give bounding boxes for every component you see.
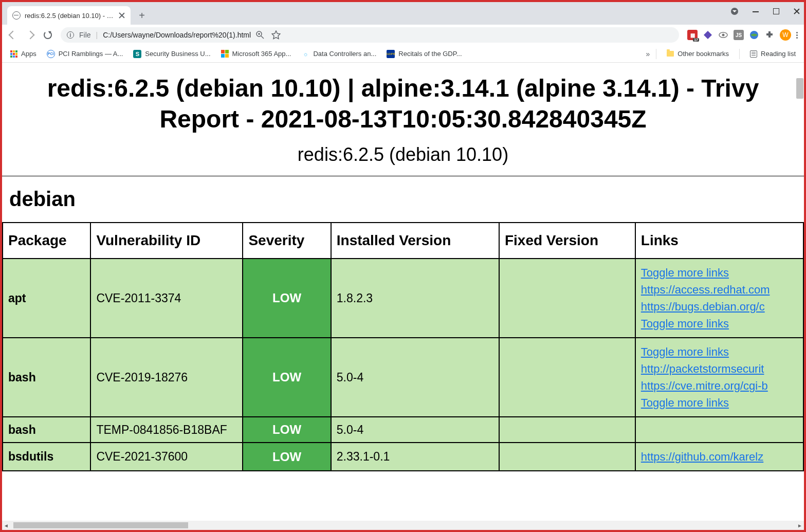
table-row: bashCVE-2019-18276LOW5.0-4Toggle more li…: [3, 338, 803, 417]
microsoft-icon: [221, 50, 229, 58]
extension-icon-1[interactable]: ▦17: [687, 30, 698, 40]
cell-installed: 1.8.2.3: [331, 259, 499, 338]
cell-fixed: [499, 259, 635, 338]
cell-vuln: CVE-2011-3374: [90, 259, 243, 338]
cell-installed: 5.0-4: [331, 417, 499, 443]
scroll-right-icon[interactable]: ►: [796, 521, 804, 529]
maximize-icon[interactable]: [773, 8, 779, 14]
bookmark-data-controllers[interactable]: ☼ Data Controllers an...: [297, 48, 380, 60]
extensions-row: ▦17 JS W: [687, 29, 798, 41]
col-fixed: Fixed Version: [499, 223, 635, 259]
extension-icon-5[interactable]: [749, 30, 759, 40]
vuln-link[interactable]: https://github.com/karelz: [641, 448, 798, 465]
extension-icon-4[interactable]: JS: [734, 30, 744, 40]
svg-point-5: [722, 34, 725, 36]
bookmarks-bar: Apps PCI PCI Ramblings — A... S Security…: [2, 45, 804, 63]
close-tab-icon[interactable]: [118, 12, 125, 19]
extension-icon-2[interactable]: [703, 30, 713, 40]
minimize-icon[interactable]: [753, 8, 759, 14]
address-row: i File | C:/Users/wayne/Downloads/report…: [2, 25, 804, 45]
cell-severity: LOW: [243, 259, 331, 338]
col-package: Package: [3, 223, 90, 259]
apps-grid-icon: [10, 50, 17, 58]
account-chevron-icon[interactable]: [731, 8, 738, 15]
hscroll-thumb[interactable]: [13, 522, 188, 528]
cell-package: apt: [3, 259, 90, 338]
cell-fixed: [499, 338, 635, 417]
tab-strip: redis:6.2.5 (debian 10.10) - Trivy R +: [2, 2, 804, 25]
sharepoint-icon: S: [133, 50, 141, 58]
tab-title: redis:6.2.5 (debian 10.10) - Trivy R: [25, 12, 114, 20]
star-icon[interactable]: [271, 30, 281, 40]
reload-button[interactable]: [43, 30, 52, 40]
vulnerability-table: Package Vulnerability ID Severity Instal…: [2, 222, 804, 471]
cell-vuln: CVE-2021-37600: [90, 443, 243, 471]
vuln-link[interactable]: http://packetstormsecurit: [641, 360, 798, 377]
scrollbar-thumb[interactable]: [796, 78, 803, 99]
reading-list-button[interactable]: Reading list: [746, 48, 800, 60]
cell-severity: LOW: [243, 417, 331, 443]
sun-icon: ☼: [301, 50, 309, 58]
close-window-icon[interactable]: [794, 8, 800, 14]
cell-links: https://github.com/karelz: [635, 443, 803, 471]
vuln-link[interactable]: Toggle more links: [641, 394, 798, 411]
table-row: bashTEMP-0841856-B18BAFLOW5.0-4: [3, 417, 803, 443]
globe-icon: [12, 11, 21, 20]
report-subtitle: redis:6.2.5 (debian 10.10): [2, 144, 804, 176]
table-row: bsdutilsCVE-2021-37600LOW2.33.1-0.1https…: [3, 443, 803, 471]
zoom-icon[interactable]: [256, 31, 264, 39]
back-button[interactable]: [8, 30, 17, 40]
vuln-link[interactable]: Toggle more links: [641, 343, 798, 360]
table-header-row: Package Vulnerability ID Severity Instal…: [3, 223, 803, 259]
url-scheme: File: [79, 31, 91, 39]
apps-button[interactable]: Apps: [6, 48, 41, 60]
table-row: aptCVE-2011-3374LOW1.8.2.3Toggle more li…: [3, 259, 803, 338]
eu-flag-icon: GDPR: [387, 50, 395, 58]
folder-icon: [667, 51, 674, 57]
bookmarks-overflow-icon[interactable]: »: [646, 50, 650, 58]
horizontal-scrollbar[interactable]: ◄ ►: [2, 521, 804, 530]
vuln-link[interactable]: https://cve.mitre.org/cgi-b: [641, 377, 798, 394]
bookmark-security[interactable]: S Security Business U...: [129, 48, 214, 60]
report-title: redis:6.2.5 (debian 10.10) | alpine:3.14…: [2, 68, 804, 144]
vuln-link[interactable]: https://bugs.debian.org/c: [641, 298, 798, 315]
cell-links: [635, 417, 803, 443]
cell-severity: LOW: [243, 443, 331, 471]
new-tab-button[interactable]: +: [135, 8, 149, 23]
extensions-puzzle-icon[interactable]: [764, 30, 775, 40]
cell-severity: LOW: [243, 338, 331, 417]
bookmark-pci[interactable]: PCI PCI Ramblings — A...: [43, 48, 127, 60]
scroll-left-icon[interactable]: ◄: [2, 521, 10, 529]
vuln-link[interactable]: Toggle more links: [641, 264, 798, 281]
vertical-scrollbar[interactable]: [796, 63, 804, 521]
report-content: redis:6.2.5 (debian 10.10) | alpine:3.14…: [2, 63, 804, 471]
forward-button[interactable]: [26, 30, 35, 40]
col-links: Links: [635, 223, 803, 259]
cell-fixed: [499, 443, 635, 471]
cell-vuln: CVE-2019-18276: [90, 338, 243, 417]
profile-avatar[interactable]: W: [780, 29, 791, 41]
cell-vuln: TEMP-0841856-B18BAF: [90, 417, 243, 443]
window-controls: [731, 2, 800, 21]
cell-links: Toggle more linkshttp://packetstormsecur…: [635, 338, 803, 417]
browser-tab[interactable]: redis:6.2.5 (debian 10.10) - Trivy R: [7, 6, 131, 25]
cell-installed: 5.0-4: [331, 338, 499, 417]
other-bookmarks-button[interactable]: Other bookmarks: [663, 48, 733, 60]
cell-package: bsdutils: [3, 443, 90, 471]
address-bar[interactable]: i File | C:/Users/wayne/Downloads/report…: [61, 27, 679, 43]
bookmark-gdpr[interactable]: GDPR Recitals of the GDP...: [382, 48, 466, 60]
page-viewport: redis:6.2.5 (debian 10.10) | alpine:3.14…: [2, 63, 804, 521]
col-installed: Installed Version: [331, 223, 499, 259]
cell-fixed: [499, 417, 635, 443]
chrome-menu-icon[interactable]: [796, 32, 798, 39]
bookmark-microsoft[interactable]: Microsoft 365 App...: [217, 48, 296, 60]
site-info-icon[interactable]: i: [67, 31, 74, 39]
reading-list-icon: [750, 50, 757, 58]
cell-package: bash: [3, 417, 90, 443]
vuln-link[interactable]: Toggle more links: [641, 315, 798, 332]
section-heading: debian: [2, 176, 804, 222]
cell-links: Toggle more linkshttps://access.redhat.c…: [635, 259, 803, 338]
extension-icon-3[interactable]: [718, 30, 728, 40]
pci-icon: PCI: [47, 50, 55, 58]
vuln-link[interactable]: https://access.redhat.com: [641, 281, 798, 298]
